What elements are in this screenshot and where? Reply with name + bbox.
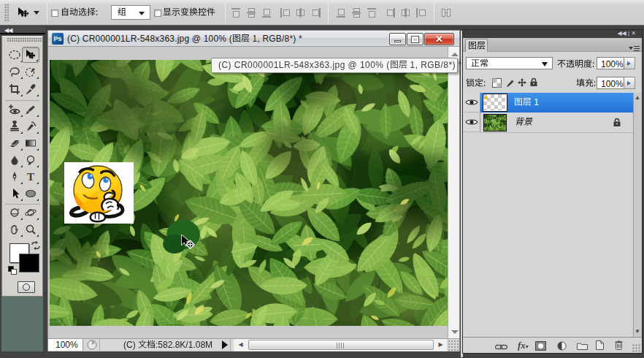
svg-text:T: T bbox=[27, 171, 34, 183]
